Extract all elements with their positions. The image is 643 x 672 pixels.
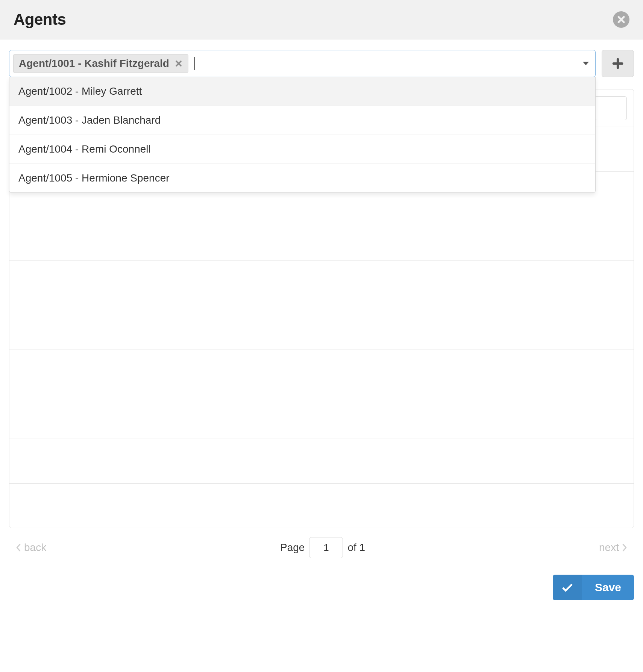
page-number-input[interactable]	[309, 537, 343, 558]
modal-header: Agents	[0, 0, 643, 39]
table-row	[9, 261, 634, 306]
table-row	[9, 216, 634, 261]
pager-next-button[interactable]: next	[599, 542, 627, 554]
check-icon	[562, 583, 573, 592]
chevron-left-icon	[16, 544, 21, 551]
table-row	[9, 305, 634, 350]
pager-back-label: back	[24, 542, 46, 554]
table-row	[9, 394, 634, 439]
dropdown-option[interactable]: Agent/1005 - Hermione Spencer	[9, 163, 595, 192]
table-row	[9, 350, 634, 395]
chip-label: Agent/1001 - Kashif Fitzgerald	[19, 58, 169, 70]
chevron-right-icon	[622, 544, 627, 551]
agent-multiselect[interactable]: Agent/1001 - Kashif Fitzgerald Agent/100…	[9, 50, 596, 77]
plus-icon	[612, 58, 623, 69]
agent-dropdown-panel: Agent/1002 - Miley Garrett Agent/1003 - …	[9, 77, 596, 193]
table-action-placeholder	[594, 96, 627, 120]
modal-footer: Save	[0, 567, 643, 615]
close-button[interactable]	[613, 11, 629, 28]
dropdown-caret-icon[interactable]	[583, 62, 589, 65]
table-row	[9, 484, 634, 528]
table-row	[9, 439, 634, 484]
modal-title: Agents	[14, 11, 66, 29]
save-button[interactable]: Save	[553, 575, 634, 600]
remove-icon	[175, 60, 182, 67]
close-icon	[617, 15, 626, 24]
pager-back-button[interactable]: back	[16, 542, 46, 554]
dropdown-option[interactable]: Agent/1004 - Remi Oconnell	[9, 135, 595, 163]
selected-agent-chip: Agent/1001 - Kashif Fitzgerald	[13, 54, 188, 73]
page-total: of 1	[347, 542, 365, 554]
chip-remove-button[interactable]	[174, 59, 183, 68]
dropdown-option[interactable]: Agent/1003 - Jaden Blanchard	[9, 106, 595, 135]
multiselect-control[interactable]: Agent/1001 - Kashif Fitzgerald	[9, 50, 596, 77]
page-word: Page	[280, 542, 305, 554]
pager-next-label: next	[599, 542, 619, 554]
save-icon-wrap	[553, 575, 582, 600]
pagination: back Page of 1 next	[9, 528, 634, 567]
dropdown-option[interactable]: Agent/1002 - Miley Garrett	[9, 77, 595, 106]
save-label: Save	[582, 581, 634, 594]
text-cursor	[194, 57, 195, 70]
pager-center: Page of 1	[280, 537, 365, 558]
agent-select-row: Agent/1001 - Kashif Fitzgerald Agent/100…	[9, 50, 634, 77]
modal-body: Agent/1001 - Kashif Fitzgerald Agent/100…	[0, 39, 643, 567]
add-agent-button[interactable]	[602, 50, 634, 77]
